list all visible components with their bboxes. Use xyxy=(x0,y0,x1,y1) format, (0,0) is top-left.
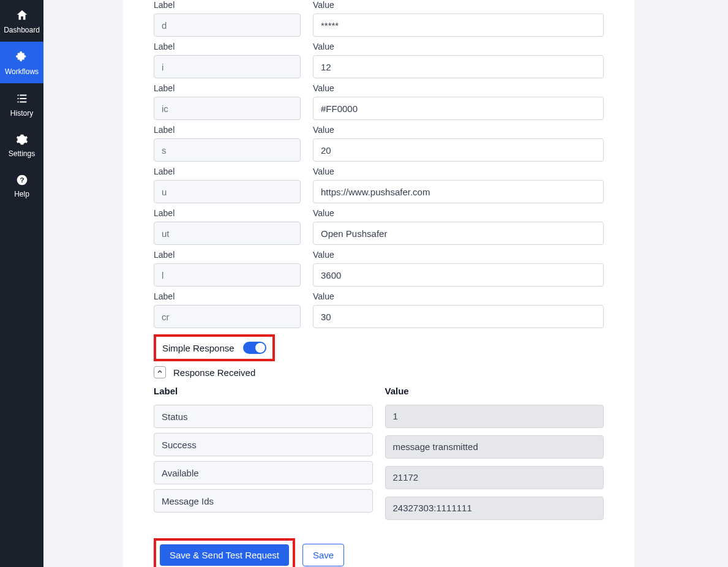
param-value-input[interactable] xyxy=(313,97,604,120)
sidebar-item-label: Dashboard xyxy=(4,26,40,34)
param-value-input[interactable] xyxy=(313,55,604,78)
sidebar-item-help[interactable]: ? Help xyxy=(0,165,43,206)
param-label-input[interactable] xyxy=(154,305,301,328)
response-value-field[interactable] xyxy=(385,497,604,520)
label-heading: Label xyxy=(154,250,301,260)
label-heading: Label xyxy=(154,291,301,301)
simple-response-label: Simple Response xyxy=(162,343,235,353)
param-label-input[interactable] xyxy=(154,180,301,203)
label-heading: Label xyxy=(154,125,301,135)
form-pair-row: LabelValue xyxy=(154,208,604,245)
sidebar-item-history[interactable]: History xyxy=(0,83,43,125)
sidebar-item-label: History xyxy=(10,109,33,118)
collapse-button[interactable] xyxy=(154,366,166,378)
puzzle-icon xyxy=(15,50,29,64)
param-label-input[interactable] xyxy=(154,55,301,78)
value-heading: Value xyxy=(313,167,604,176)
main-content: LabelValueLabelValueLabelValueLabelValue… xyxy=(43,0,728,567)
value-heading: Value xyxy=(313,83,604,93)
sidebar-item-settings[interactable]: Settings xyxy=(0,125,43,165)
form-pair-row: LabelValue xyxy=(154,83,604,120)
param-value-input[interactable] xyxy=(313,138,604,162)
form-pair-row: LabelValue xyxy=(154,125,604,162)
response-headings: Label Value xyxy=(154,386,604,527)
sidebar-item-label: Settings xyxy=(9,149,35,158)
form-pair-row: LabelValue xyxy=(154,167,604,203)
footer-buttons: Save & Send Test Request Save xyxy=(154,538,604,567)
param-value-input[interactable] xyxy=(313,222,604,245)
value-heading: Value xyxy=(313,0,604,10)
value-heading: Value xyxy=(313,208,604,218)
label-heading: Label xyxy=(154,167,301,176)
value-heading: Value xyxy=(313,42,604,51)
response-section-title: Response Received xyxy=(173,367,255,378)
sidebar-item-label: Help xyxy=(14,190,29,198)
value-heading: Value xyxy=(313,125,604,135)
form-pair-row: LabelValue xyxy=(154,250,604,287)
label-heading: Label xyxy=(154,0,301,10)
label-heading: Label xyxy=(154,83,301,93)
simple-response-row: Simple Response xyxy=(154,334,275,361)
response-label-heading: Label xyxy=(154,386,373,396)
response-value-field[interactable] xyxy=(385,405,604,428)
toggle-knob xyxy=(255,343,265,353)
chevron-up-icon xyxy=(156,367,163,378)
form-pair-row: LabelValue xyxy=(154,42,604,78)
response-label-field[interactable] xyxy=(154,461,373,484)
sidebar-item-label: Workflows xyxy=(5,67,39,76)
response-value-heading: Value xyxy=(385,386,604,396)
param-label-input[interactable] xyxy=(154,222,301,245)
response-label-field[interactable] xyxy=(154,433,373,456)
label-heading: Label xyxy=(154,42,301,51)
param-label-input[interactable] xyxy=(154,13,301,37)
form-pair-row: LabelValue xyxy=(154,0,604,37)
sidebar-item-workflows[interactable]: Workflows xyxy=(0,42,43,83)
value-heading: Value xyxy=(313,291,604,301)
help-icon: ? xyxy=(16,174,28,186)
param-value-input[interactable] xyxy=(313,305,604,328)
save-send-test-button[interactable]: Save & Send Test Request xyxy=(160,544,289,566)
value-heading: Value xyxy=(313,250,604,260)
param-value-input[interactable] xyxy=(313,180,604,203)
param-value-input[interactable] xyxy=(313,13,604,37)
response-section-header: Response Received xyxy=(154,366,604,378)
gear-icon xyxy=(16,133,28,146)
response-value-field[interactable] xyxy=(385,466,604,489)
sidebar-item-dashboard[interactable]: Dashboard xyxy=(0,0,43,42)
param-value-input[interactable] xyxy=(313,263,604,287)
label-heading: Label xyxy=(154,208,301,218)
save-button[interactable]: Save xyxy=(302,544,344,566)
response-value-field[interactable] xyxy=(385,435,604,459)
form-pair-row: LabelValue xyxy=(154,291,604,328)
home-icon xyxy=(15,9,29,22)
response-label-field[interactable] xyxy=(154,405,373,428)
list-icon xyxy=(15,92,29,105)
form-card: LabelValueLabelValueLabelValueLabelValue… xyxy=(123,0,634,567)
sidebar: Dashboard Workflows History Settings ? H… xyxy=(0,0,43,567)
param-label-input[interactable] xyxy=(154,263,301,287)
highlight-box: Save & Send Test Request xyxy=(154,538,295,567)
response-label-field[interactable] xyxy=(154,489,373,513)
param-label-input[interactable] xyxy=(154,138,301,162)
simple-response-toggle[interactable] xyxy=(243,342,266,354)
svg-text:?: ? xyxy=(20,176,24,184)
param-label-input[interactable] xyxy=(154,97,301,120)
